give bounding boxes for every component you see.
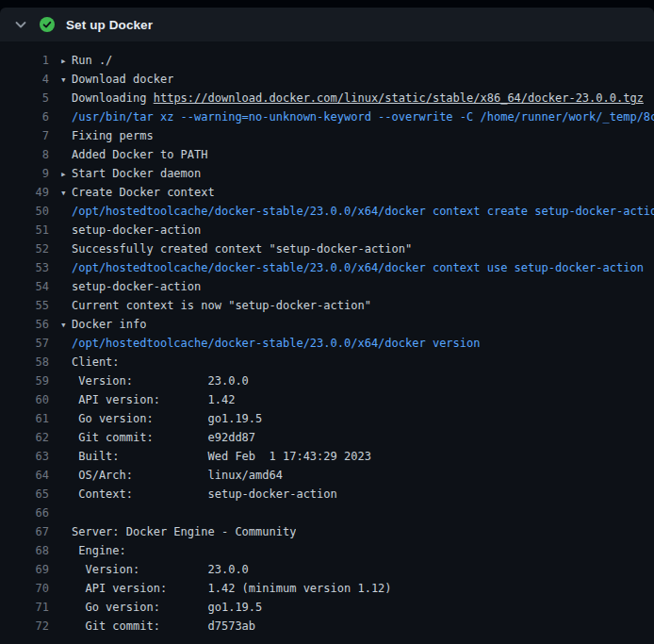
log-line: 67Server: Docker Engine - Community [0,522,654,541]
log-line: 58Client: [0,353,654,372]
step-header[interactable]: Set up Docker [0,8,654,41]
line-number[interactable]: 57 [0,334,49,353]
chevron-down-icon[interactable] [13,17,28,32]
log-text: Downloading https://download.docker.com/… [60,89,644,107]
group-collapsed-icon[interactable]: ▸ [60,52,72,70]
log-line: 53/opt/hostedtoolcache/docker-stable/23.… [0,258,654,277]
group-collapsed-icon[interactable]: ▸ [60,165,72,183]
line-number[interactable]: 56 [0,315,49,334]
line-number[interactable]: 8 [0,145,49,164]
log-text: setup-docker-action [60,277,201,296]
log-line[interactable]: 1▸Run ./ [0,51,654,70]
log-line: 57/opt/hostedtoolcache/docker-stable/23.… [0,334,654,353]
line-number[interactable]: 5 [0,89,49,107]
log-line: 63 Built: Wed Feb 1 17:43:29 2023 [0,447,654,466]
line-number[interactable]: 62 [0,428,49,447]
log-text: Go version: go1.19.5 [60,598,262,617]
line-number[interactable]: 67 [0,522,49,541]
line-number[interactable]: 49 [0,183,49,202]
line-number[interactable]: 51 [0,221,49,239]
log-text: Git commit: e92dd87 [60,428,255,447]
log-text [60,504,72,522]
log-command-text: /opt/hostedtoolcache/docker-stable/23.0.… [60,258,644,277]
line-number[interactable]: 6 [0,107,49,126]
line-number[interactable]: 72 [0,617,49,636]
line-number[interactable]: 53 [0,258,49,277]
log-line: 60 API version: 1.42 [0,390,654,409]
line-number[interactable]: 61 [0,409,49,428]
log-line[interactable]: 9▸Start Docker daemon [0,164,654,183]
line-number[interactable]: 66 [0,504,49,522]
success-check-icon [40,17,55,32]
line-number[interactable]: 59 [0,372,49,390]
group-title: Start Docker daemon [72,167,201,180]
log-text: Version: 23.0.0 [60,560,249,579]
log-text: Version: 23.0.0 [60,372,249,390]
log-text: Added Docker to PATH [60,145,208,164]
log-text: Client: [60,353,120,372]
log-line: 61 Go version: go1.19.5 [0,409,654,428]
line-number[interactable]: 63 [0,447,49,466]
group-expanded-icon[interactable]: ▾ [60,316,72,334]
line-number[interactable]: 71 [0,598,49,617]
step-title: Set up Docker [66,18,153,32]
log-line: 5Downloading https://download.docker.com… [0,89,654,107]
log-line: 52Successfully created context "setup-do… [0,239,654,258]
log-text: Current context is now "setup-docker-act… [60,296,371,315]
line-number[interactable]: 65 [0,485,49,504]
log-line: 8Added Docker to PATH [0,145,654,164]
log-text: Engine: [60,541,126,560]
line-number[interactable]: 68 [0,541,49,560]
log-viewer: 1▸Run ./4▾Download docker5Downloading ht… [0,41,654,644]
line-number[interactable]: 69 [0,560,49,579]
log-line: 64 OS/Arch: linux/amd64 [0,466,654,485]
line-number[interactable]: 1 [0,51,49,70]
log-line[interactable]: 49▾Create Docker context [0,183,654,202]
log-text: API version: 1.42 [60,390,235,409]
log-line: 6/usr/bin/tar xz --warning=no-unknown-ke… [0,107,654,126]
group-title: Docker info [72,318,146,331]
line-number[interactable]: 9 [0,164,49,183]
log-line[interactable]: 56▾Docker info [0,315,654,334]
log-command-text: /opt/hostedtoolcache/docker-stable/23.0.… [60,202,654,221]
group-expanded-icon[interactable]: ▾ [60,71,72,89]
log-command-text: /opt/hostedtoolcache/docker-stable/23.0.… [60,334,480,353]
line-number[interactable]: 50 [0,202,49,221]
line-number[interactable]: 55 [0,296,49,315]
line-number[interactable]: 54 [0,277,49,296]
log-text: Built: Wed Feb 1 17:43:29 2023 [60,447,371,466]
log-text: OS/Arch: linux/amd64 [60,466,283,485]
log-line: 69 Version: 23.0.0 [0,560,654,579]
log-line: 59 Version: 23.0.0 [0,372,654,390]
log-text: Fixing perms [60,126,154,145]
line-number[interactable]: 52 [0,239,49,258]
group-title: Create Docker context [72,186,215,199]
log-line: 7Fixing perms [0,126,654,145]
log-line: 55Current context is now "setup-docker-a… [0,296,654,315]
log-line: 50/opt/hostedtoolcache/docker-stable/23.… [0,202,654,221]
log-lines: 1▸Run ./4▾Download docker5Downloading ht… [0,51,654,636]
log-line[interactable]: 4▾Download docker [0,70,654,89]
group-title: Download docker [72,73,173,86]
log-text: setup-docker-action [60,221,201,239]
line-number[interactable]: 58 [0,353,49,372]
group-title: Run ./ [72,54,112,67]
log-text-prefix: Downloading [72,91,154,105]
group-expanded-icon[interactable]: ▾ [60,184,72,202]
log-line: 68 Engine: [0,541,654,560]
log-line: 54setup-docker-action [0,277,654,296]
log-link[interactable]: https://download.docker.com/linux/static… [154,91,644,105]
line-number[interactable]: 70 [0,579,49,598]
line-number[interactable]: 4 [0,70,49,89]
log-line: 72 Git commit: d7573ab [0,617,654,636]
log-text: Git commit: d7573ab [60,617,255,636]
log-line: 71 Go version: go1.19.5 [0,598,654,617]
log-line: 66 [0,504,654,522]
log-text: Server: Docker Engine - Community [60,522,296,541]
log-text: Context: setup-docker-action [60,485,337,504]
log-text: Go version: go1.19.5 [60,409,262,428]
log-text: Successfully created context "setup-dock… [60,239,412,258]
line-number[interactable]: 7 [0,126,49,145]
line-number[interactable]: 60 [0,390,49,409]
line-number[interactable]: 64 [0,466,49,485]
